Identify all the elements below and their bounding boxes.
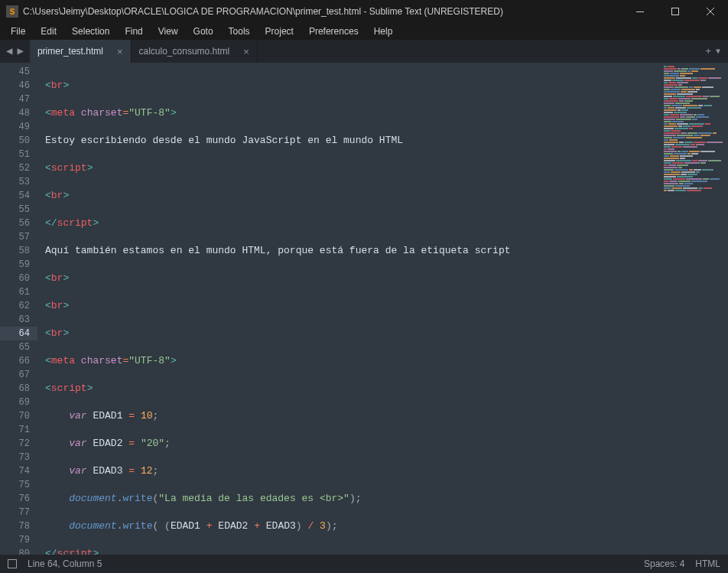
tab-close-icon[interactable]: × xyxy=(117,46,123,57)
maximize-button[interactable] xyxy=(658,0,693,23)
menu-edit[interactable]: Edit xyxy=(33,24,64,38)
status-syntax[interactable]: HTML xyxy=(695,558,720,569)
statusbar: Line 64, Column 5 Spaces: 4 HTML xyxy=(0,555,728,573)
menu-tools[interactable]: Tools xyxy=(221,24,258,38)
titlebar: C:\Users\Jeimy\Desktop\ORACLE\LOGICA DE … xyxy=(0,0,728,23)
new-tab-icon[interactable]: + xyxy=(705,46,711,57)
tab-list-icon[interactable]: ▼ xyxy=(716,47,720,56)
svg-rect-1 xyxy=(672,8,679,15)
status-indentation[interactable]: Spaces: 4 xyxy=(644,558,684,569)
menu-goto[interactable]: Goto xyxy=(186,24,221,38)
tab-inactive[interactable]: calculo_consumo.html × xyxy=(132,40,258,63)
menu-preferences[interactable]: Preferences xyxy=(301,24,366,38)
tab-nav: ◀ ▶ xyxy=(0,40,30,63)
minimap[interactable] xyxy=(659,63,728,555)
tab-close-icon[interactable]: × xyxy=(243,46,249,57)
code-area[interactable]: <br> <meta charset="UTF-8"> Estoy escrib… xyxy=(37,63,659,555)
editor[interactable]: 4546474849505152535455565758596061626364… xyxy=(0,63,728,555)
status-position[interactable]: Line 64, Column 5 xyxy=(28,558,102,569)
menu-view[interactable]: View xyxy=(151,24,186,38)
tab-active[interactable]: primer_test.html × xyxy=(30,40,132,63)
panel-switcher-icon[interactable] xyxy=(8,559,17,568)
minimize-button[interactable] xyxy=(622,0,658,23)
menubar: File Edit Selection Find View Goto Tools… xyxy=(0,23,728,40)
menu-find[interactable]: Find xyxy=(117,24,150,38)
tabbar: ◀ ▶ primer_test.html × calculo_consumo.h… xyxy=(0,40,728,63)
gutter: 4546474849505152535455565758596061626364… xyxy=(0,63,37,555)
menu-file[interactable]: File xyxy=(3,24,33,38)
window-controls xyxy=(622,0,728,23)
tab-actions: + ▼ xyxy=(697,40,728,63)
window-title: C:\Users\Jeimy\Desktop\ORACLE\LOGICA DE … xyxy=(23,6,622,17)
tab-active-label: primer_test.html xyxy=(37,46,103,57)
app-icon xyxy=(6,5,18,18)
menu-selection[interactable]: Selection xyxy=(64,24,117,38)
menu-help[interactable]: Help xyxy=(366,24,401,38)
menu-project[interactable]: Project xyxy=(258,24,301,38)
tab-nav-back-icon[interactable]: ◀ xyxy=(6,46,12,57)
tab-inactive-label: calculo_consumo.html xyxy=(139,46,230,57)
tab-nav-forward-icon[interactable]: ▶ xyxy=(17,46,23,57)
close-button[interactable] xyxy=(693,0,728,23)
